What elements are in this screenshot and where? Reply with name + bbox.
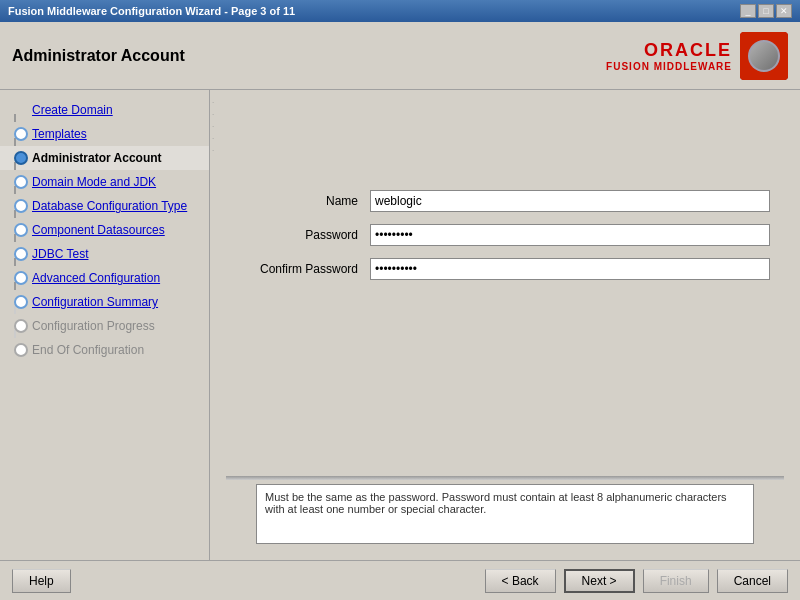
sidebar-item-label[interactable]: Database Configuration Type	[32, 199, 187, 213]
minimize-button[interactable]: _	[740, 4, 756, 18]
name-field-row: Name	[240, 190, 770, 212]
content-area: Create Domain Templates Administrator Ac…	[0, 90, 800, 560]
svg-point-1	[748, 40, 780, 72]
config-progress-step-node	[14, 319, 28, 333]
info-message-text: Must be the same as the password. Passwo…	[265, 491, 727, 515]
oracle-logo-icon	[740, 32, 788, 80]
sidebar-item-label: Configuration Progress	[32, 319, 155, 333]
name-input[interactable]	[370, 190, 770, 212]
advanced-config-step-node	[14, 271, 28, 285]
title-bar: Fusion Middleware Configuration Wizard -…	[0, 0, 800, 22]
templates-step-node	[14, 127, 28, 141]
sidebar-item-configuration-summary[interactable]: Configuration Summary	[0, 290, 209, 314]
sidebar-item-component-datasources[interactable]: Component Datasources	[0, 218, 209, 242]
sidebar-item-jdbc-test[interactable]: JDBC Test	[0, 242, 209, 266]
sidebar-item-label[interactable]: Templates	[32, 127, 87, 141]
jdbc-test-step-node	[14, 247, 28, 261]
confirm-password-label: Confirm Password	[240, 262, 370, 276]
oracle-sub-text: FUSION MIDDLEWARE	[606, 61, 732, 72]
sidebar-item-configuration-progress: Configuration Progress	[0, 314, 209, 338]
main-content: · · · · · Name Password	[210, 90, 800, 560]
component-datasources-step-node	[14, 223, 28, 237]
end-config-step-node	[14, 343, 28, 357]
sidebar-item-administrator-account[interactable]: Administrator Account	[0, 146, 209, 170]
password-label: Password	[240, 228, 370, 242]
header: Administrator Account ORACLE FUSION MIDD…	[0, 22, 800, 90]
sidebar: Create Domain Templates Administrator Ac…	[0, 90, 210, 560]
window-title: Fusion Middleware Configuration Wizard -…	[8, 5, 295, 17]
confirm-password-field-row: Confirm Password	[240, 258, 770, 280]
form-spacer	[240, 110, 770, 190]
admin-account-step-node	[14, 151, 28, 165]
sidebar-item-label[interactable]: Configuration Summary	[32, 295, 158, 309]
sidebar-item-label: Administrator Account	[32, 151, 162, 165]
sidebar-item-advanced-configuration[interactable]: Advanced Configuration	[0, 266, 209, 290]
sidebar-item-label[interactable]: Advanced Configuration	[32, 271, 160, 285]
sidebar-item-label[interactable]: Component Datasources	[32, 223, 165, 237]
name-label: Name	[240, 194, 370, 208]
database-config-step-node	[14, 199, 28, 213]
footer-left: Help	[12, 569, 71, 593]
sidebar-item-create-domain[interactable]: Create Domain	[0, 98, 209, 122]
sidebar-item-label: End Of Configuration	[32, 343, 144, 357]
sidebar-item-templates[interactable]: Templates	[0, 122, 209, 146]
config-summary-step-node	[14, 295, 28, 309]
svg-point-3	[757, 47, 771, 61]
sidebar-item-domain-mode-jdk[interactable]: Domain Mode and JDK	[0, 170, 209, 194]
sidebar-item-label[interactable]: Domain Mode and JDK	[32, 175, 156, 189]
back-button[interactable]: < Back	[485, 569, 556, 593]
help-button[interactable]: Help	[12, 569, 71, 593]
password-input[interactable]	[370, 224, 770, 246]
cancel-button[interactable]: Cancel	[717, 569, 788, 593]
main-window: Administrator Account ORACLE FUSION MIDD…	[0, 22, 800, 600]
svg-rect-0	[740, 32, 788, 80]
confirm-password-input[interactable]	[370, 258, 770, 280]
oracle-brand-text: ORACLE	[606, 40, 732, 61]
info-area-wrapper: Must be the same as the password. Passwo…	[226, 476, 784, 552]
domain-mode-step-node	[14, 175, 28, 189]
window-controls[interactable]: _ □ ✕	[740, 4, 792, 18]
sidebar-item-label[interactable]: Create Domain	[32, 103, 113, 117]
maximize-button[interactable]: □	[758, 4, 774, 18]
sidebar-item-end-of-configuration: End Of Configuration	[0, 338, 209, 362]
footer: Help < Back Next > Finish Cancel	[0, 560, 800, 600]
close-button[interactable]: ✕	[776, 4, 792, 18]
divider	[226, 476, 784, 480]
sidebar-items-container: Create Domain Templates Administrator Ac…	[0, 98, 209, 362]
password-field-row: Password	[240, 224, 770, 246]
svg-point-2	[754, 46, 774, 66]
footer-right: < Back Next > Finish Cancel	[485, 569, 788, 593]
finish-button[interactable]: Finish	[643, 569, 709, 593]
page-title: Administrator Account	[12, 47, 185, 65]
sidebar-item-database-config-type[interactable]: Database Configuration Type	[0, 194, 209, 218]
form-area: Name Password Confirm Password	[210, 90, 800, 476]
sidebar-item-label[interactable]: JDBC Test	[32, 247, 88, 261]
oracle-logo-area: ORACLE FUSION MIDDLEWARE	[606, 32, 788, 80]
next-button[interactable]: Next >	[564, 569, 635, 593]
info-message-box: Must be the same as the password. Passwo…	[256, 484, 754, 544]
